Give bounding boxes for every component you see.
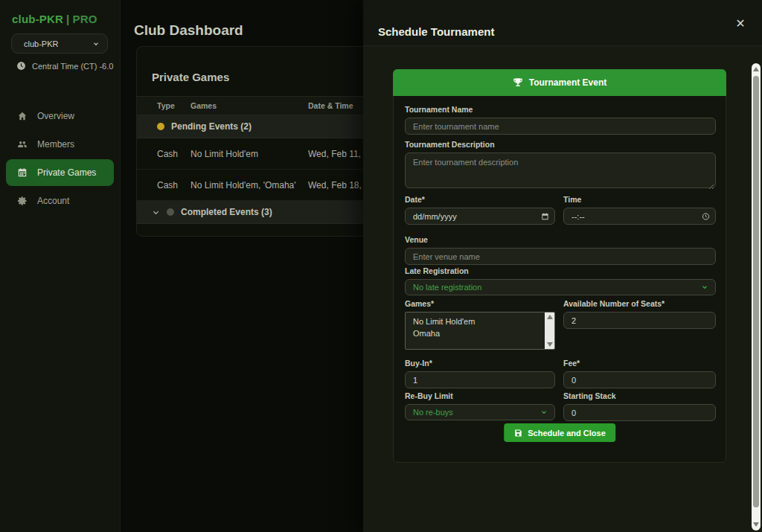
rebuy-limit-select[interactable]: No re-buys [405, 404, 555, 420]
sidebar-nav: Overview Members Private Games Account [6, 103, 114, 216]
sidebar-item-account[interactable]: Account [6, 188, 114, 214]
sidebar-item-overview[interactable]: Overview [6, 103, 114, 129]
chevron-down-icon [701, 283, 708, 291]
timezone-display: Central Time (CT) -6.0 [16, 61, 113, 71]
tournament-name-label: Tournament Name [405, 105, 716, 114]
starting-stack-input[interactable] [563, 404, 716, 421]
sidebar: club-PKR|PRO club-PKR Central Time (CT) … [0, 0, 121, 532]
venue-label: Venue [405, 235, 716, 244]
page-title: Club Dashboard [134, 22, 243, 39]
group-label: Completed Events (3) [181, 207, 272, 217]
cell-games: No Limit Hold'em [190, 149, 308, 159]
sidebar-item-label: Account [37, 196, 69, 206]
col-type: Type [157, 101, 190, 110]
club-select[interactable]: club-PKR [11, 33, 108, 54]
late-registration-select[interactable]: No late registration [405, 279, 716, 295]
modal-title: Schedule Tournament [378, 25, 494, 38]
games-label: Games* [405, 299, 555, 308]
date-field: Date* [405, 195, 555, 225]
rebuy-limit-label: Re-Buy Limit [405, 391, 555, 400]
cell-games: No Limit Hold'em, 'Omaha' [190, 180, 308, 190]
tournament-description-textarea[interactable] [405, 153, 716, 188]
scroll-down-icon[interactable] [753, 522, 759, 527]
group-label: Pending Events (2) [171, 121, 252, 132]
chevron-down-icon [152, 208, 160, 217]
home-icon [17, 111, 28, 121]
completed-status-dot [167, 208, 174, 216]
sidebar-item-private-games[interactable]: Private Games [6, 159, 114, 186]
clock-icon [16, 61, 26, 71]
venue-input[interactable] [405, 248, 716, 265]
modal-scrollbar[interactable] [752, 63, 761, 531]
sidebar-item-label: Private Games [37, 167, 96, 178]
sidebar-item-label: Overview [37, 111, 74, 121]
listbox-scrollbar[interactable] [545, 313, 554, 349]
tournament-description-label: Tournament Description [405, 140, 716, 149]
late-registration-value: No late registration [413, 283, 481, 292]
users-icon [17, 139, 28, 150]
tournament-form: Tournament Event Tournament Name Tournam… [393, 69, 726, 463]
chevron-down-icon [92, 40, 100, 48]
date-input[interactable] [405, 208, 555, 225]
rebuy-limit-value: No re-buys [413, 408, 453, 417]
fee-label: Fee* [563, 359, 716, 368]
games-option[interactable]: Omaha [406, 327, 554, 339]
buy-in-field: Buy-In* [405, 359, 555, 388]
sidebar-item-members[interactable]: Members [6, 131, 114, 158]
time-label: Time [563, 195, 716, 204]
banner-label: Tournament Event [529, 77, 606, 88]
buy-in-label: Buy-In* [405, 359, 555, 368]
tournament-event-banner: Tournament Event [393, 69, 726, 96]
rebuy-limit-field: Re-Buy Limit No re-buys [405, 391, 555, 420]
logo-suffix: PRO [73, 13, 97, 25]
fee-input[interactable] [563, 371, 716, 388]
starting-stack-label: Starting Stack [563, 391, 716, 400]
seats-input[interactable] [563, 312, 716, 329]
buy-in-input[interactable] [405, 371, 555, 388]
time-field: Time [563, 195, 716, 225]
games-option[interactable]: No Limit Hold'em [406, 313, 554, 327]
games-listbox[interactable]: No Limit Hold'em Omaha [405, 312, 555, 350]
late-registration-label: Late Registration [405, 266, 716, 275]
date-label: Date* [405, 195, 555, 204]
time-input[interactable] [563, 208, 716, 225]
pending-status-dot [157, 123, 164, 130]
fee-field: Fee* [563, 359, 716, 388]
calendar-icon[interactable] [541, 212, 549, 220]
logo-divider: | [66, 13, 69, 25]
sidebar-item-label: Members [37, 139, 74, 150]
cell-type: Cash [157, 149, 190, 159]
clock-icon[interactable] [702, 212, 710, 220]
schedule-tournament-modal: Schedule Tournament ✕ Tournament Event T… [363, 0, 762, 532]
close-icon[interactable]: ✕ [731, 14, 749, 32]
logo-primary: club-PKR [12, 13, 63, 25]
tournament-name-input[interactable] [405, 118, 716, 135]
starting-stack-field: Starting Stack [563, 391, 716, 421]
games-field: Games* No Limit Hold'em Omaha [405, 299, 555, 350]
venue-field: Venue [405, 235, 716, 265]
schedule-and-close-button[interactable]: Schedule and Close [504, 423, 615, 442]
trophy-icon [513, 77, 523, 88]
save-icon [513, 429, 522, 438]
modal-header: Schedule Tournament ✕ [363, 0, 762, 46]
scroll-up-icon[interactable] [547, 315, 553, 319]
seats-label: Available Number of Seats* [563, 299, 716, 308]
gear-icon [17, 196, 28, 206]
scrollbar-thumb[interactable] [753, 76, 759, 507]
scroll-down-icon[interactable] [547, 342, 553, 347]
seats-field: Available Number of Seats* [563, 299, 716, 329]
col-games: Games [190, 101, 308, 110]
chevron-down-icon [540, 408, 548, 416]
tournament-name-field: Tournament Name [405, 105, 716, 135]
app-root: club-PKR|PRO club-PKR Central Time (CT) … [0, 0, 762, 532]
late-registration-field: Late Registration No late registration [405, 266, 716, 295]
submit-label: Schedule and Close [528, 429, 606, 438]
cell-type: Cash [157, 180, 190, 190]
club-select-value: club-PKR [24, 39, 58, 48]
club-logo: club-PKR|PRO [12, 13, 97, 25]
card-title: Private Games [152, 71, 229, 83]
scroll-up-icon[interactable] [753, 67, 759, 71]
tournament-description-field: Tournament Description [405, 140, 716, 191]
calendar-icon [17, 167, 28, 178]
timezone-label: Central Time (CT) -6.0 [32, 62, 113, 71]
